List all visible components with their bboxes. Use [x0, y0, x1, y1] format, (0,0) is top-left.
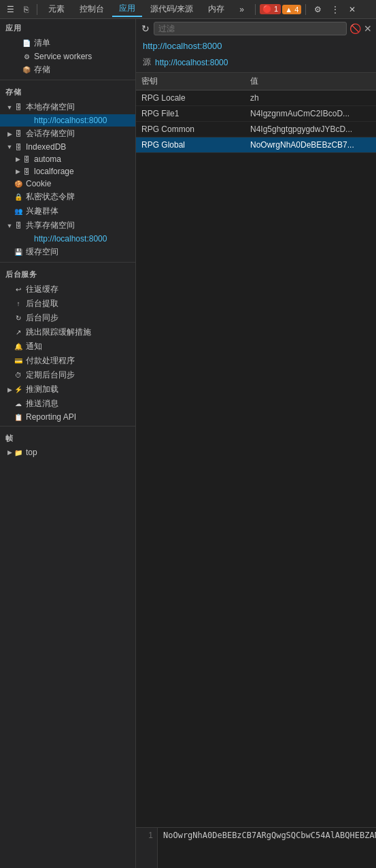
private-token-label: 私密状态令牌 — [26, 191, 75, 203]
sidebar-item-top-frame[interactable]: 📁 top — [0, 446, 135, 458]
bg-fetch-icon: ↑ — [14, 299, 23, 309]
filter-row: ↻ 🚫 ✕ — [136, 19, 376, 38]
periodic-sync-icon: ⏱ — [14, 371, 23, 380]
sidebar-item-reporting-api[interactable]: 📋 Reporting API — [0, 411, 135, 423]
localhost-label: http://localhost:8000 — [34, 116, 107, 125]
manifest-label: 清单 — [34, 37, 50, 49]
error-badge: 🔴 1 — [260, 4, 281, 14]
right-panel: ↻ 🚫 ✕ http://localhost:8000 源 http://loc… — [136, 19, 376, 868]
section-backend: 后台服务 — [0, 265, 135, 282]
url-display: http://localhost:8000 — [136, 38, 376, 55]
interest-group-label: 兴趣群体 — [26, 205, 58, 217]
toolbar-sep-1 — [37, 4, 37, 15]
table-row[interactable]: RPG Common N4Ig5ghgtgpgygdwJYBcD... — [136, 122, 376, 137]
sidebar-item-manifest[interactable]: 📄 清单 — [0, 36, 135, 50]
section-frames: 帧 — [0, 429, 135, 446]
sidebar-item-notifications[interactable]: 🔔 通知 — [0, 339, 135, 354]
manifest-icon: 📄 — [22, 39, 31, 48]
sw-label: Service workers — [34, 52, 92, 61]
sidebar-item-interest-group[interactable]: 👥 兴趣群体 — [0, 204, 135, 218]
toolbar-sep-2 — [255, 4, 256, 15]
toolbar-sep-3 — [305, 4, 306, 15]
sidebar-item-session-storage[interactable]: 🗄 会话存储空间 — [0, 127, 135, 141]
sidebar-item-periodic-sync[interactable]: ⏱ 定期后台同步 — [0, 368, 135, 382]
sidebar-item-speculative-loads[interactable]: ⚡ 推测加载 — [0, 382, 135, 397]
table-cell-key: RPG Global — [136, 137, 245, 153]
filter-input[interactable] — [154, 22, 347, 35]
cache-icon: 💾 — [14, 248, 23, 257]
session-arrow — [5, 131, 14, 137]
origin-value: http://localhost:8000 — [155, 58, 228, 67]
table-row[interactable]: RPG File1 N4IgzgnmAuCmC2IBcoD... — [136, 106, 376, 122]
table-cell-key: RPG Locale — [136, 90, 245, 106]
sidebar-item-shared-localhost[interactable]: http://localhost:8000 — [0, 233, 135, 245]
notifications-icon: 🔔 — [14, 342, 23, 352]
sidebar-item-automa[interactable]: 🗄 automa — [0, 153, 135, 165]
sidebar-item-indexeddb[interactable]: 🗄 IndexedDB — [0, 141, 135, 153]
periodic-sync-label: 定期后台同步 — [26, 369, 75, 381]
localforage-icon: 🗄 — [22, 167, 31, 176]
close-panel-btn[interactable]: ✕ — [364, 23, 372, 34]
origin-row: 源 http://localhost:8000 — [136, 55, 376, 72]
more-btn[interactable]: ⋮ — [327, 3, 343, 16]
bg-sync-icon: ↻ — [14, 314, 23, 323]
bg-sync-label: 后台同步 — [26, 312, 58, 324]
sidebar-item-bounce-tracking[interactable]: ↗ 跳出限踪缓解措施 — [0, 325, 135, 339]
devtools-toggle-btn[interactable]: ☰ — [3, 3, 18, 16]
col-header-val: 值 — [245, 73, 376, 90]
sidebar-item-storage[interactable]: 📦 存储 — [0, 63, 135, 77]
bounce-icon: ↗ — [14, 328, 23, 337]
sidebar-item-back-forward-cache[interactable]: ↩ 往返缓存 — [0, 282, 135, 297]
value-panel: 1 NoOwrgNhA0DeBEBzCB7ARgQwgSQCbwC54AlABQ… — [136, 827, 376, 868]
sidebar-item-background-fetch[interactable]: ↑ 后台提取 — [0, 297, 135, 311]
sidebar-item-shared-storage[interactable]: 🗄 共享存储空间 — [0, 218, 135, 233]
sidebar-item-localhost-8000[interactable]: http://localhost:8000 — [0, 114, 135, 127]
tab-console[interactable]: 控制台 — [73, 2, 111, 16]
table-row[interactable]: RPG Locale zh — [136, 90, 376, 106]
tab-application[interactable]: 应用 — [112, 1, 142, 17]
table-cell-value: NoOwrgNhA0DeBEBzCB7... — [245, 137, 376, 153]
indexeddb-label: IndexedDB — [26, 142, 66, 152]
table-cell-key: RPG Common — [136, 122, 245, 137]
sidebar-item-cache[interactable]: 💾 缓存空间 — [0, 245, 135, 259]
bfcache-label: 往返缓存 — [26, 284, 58, 295]
sidebar-item-local-storage[interactable]: 🗄 本地存储空间 — [0, 100, 135, 114]
localhost-icon — [22, 116, 31, 125]
table-row[interactable]: RPG Global NoOwrgNhA0DeBEBzCB7... — [136, 137, 376, 153]
top-frame-arrow — [5, 449, 14, 456]
origin-label: 源 — [143, 56, 151, 68]
sidebar-item-localforage[interactable]: 🗄 localforage — [0, 165, 135, 178]
sidebar-item-private-token[interactable]: 🔒 私密状态令牌 — [0, 190, 135, 204]
url-bar-area: ↻ 🚫 ✕ http://localhost:8000 源 http://loc… — [136, 19, 376, 73]
local-storage-icon: 🗄 — [14, 103, 23, 112]
refresh-btn[interactable]: ↻ — [140, 22, 151, 35]
private-token-icon: 🔒 — [14, 193, 23, 202]
sidebar-item-push-messaging[interactable]: ☁ 推送消息 — [0, 397, 135, 411]
tab-sources[interactable]: 源代码/来源 — [143, 2, 200, 16]
table-cell-value: N4IgzgnmAuCmC2IBcoD... — [245, 106, 376, 122]
sidebar-item-background-sync[interactable]: ↻ 后台同步 — [0, 311, 135, 325]
top-frame-icon: 📁 — [14, 448, 23, 457]
settings-btn[interactable]: ⚙ — [310, 3, 326, 16]
interest-group-icon: 👥 — [14, 207, 23, 216]
storage-label: 存储 — [34, 64, 50, 76]
inspect-btn[interactable]: ⎘ — [20, 3, 33, 16]
tab-elements[interactable]: 元素 — [41, 2, 71, 16]
tab-memory[interactable]: 内存 — [201, 2, 231, 16]
sidebar-item-cookie[interactable]: 🍪 Cookie — [0, 178, 135, 190]
speculative-icon: ⚡ — [14, 385, 23, 395]
tab-more[interactable]: » — [233, 3, 251, 16]
reporting-api-label: Reporting API — [26, 412, 76, 422]
sidebar-item-service-workers[interactable]: ⚙ Service workers — [0, 50, 135, 63]
payment-icon: 💳 — [14, 356, 23, 366]
session-icon: 🗄 — [14, 129, 23, 139]
cookie-icon: 🍪 — [14, 179, 23, 188]
clear-filter-btn[interactable]: 🚫 — [349, 23, 361, 34]
cookie-label: Cookie — [26, 179, 51, 188]
data-table: 密钥 值 RPG Locale zh RPG File1 N4IgzgnmAuC… — [136, 73, 376, 827]
close-devtools-btn[interactable]: ✕ — [345, 3, 360, 16]
bounce-label: 跳出限踪缓解措施 — [26, 327, 91, 338]
session-label: 会话存储空间 — [26, 128, 75, 139]
sidebar-item-payment-handler[interactable]: 💳 付款处理程序 — [0, 354, 135, 368]
payment-label: 付款处理程序 — [26, 355, 75, 367]
